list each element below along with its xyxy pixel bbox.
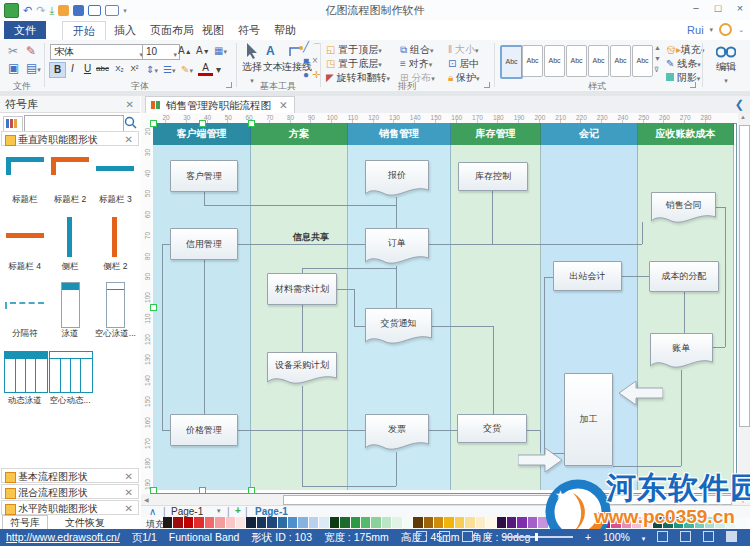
color-swatch[interactable] — [497, 517, 506, 528]
selection-handle[interactable] — [248, 120, 255, 127]
style-sample-3[interactable]: Abc — [566, 45, 587, 77]
fit-window-icon[interactable] — [657, 531, 668, 542]
app-icon[interactable] — [4, 3, 19, 18]
symbol-item[interactable]: 标题栏 2 — [47, 148, 92, 206]
symbol-item[interactable]: 泳道 — [47, 282, 92, 340]
color-swatch[interactable] — [715, 517, 724, 528]
format-icon[interactable]: ▦▾ — [214, 45, 227, 56]
symbol-item[interactable]: 侧栏 2 — [93, 215, 138, 273]
selection-handle[interactable] — [150, 304, 157, 311]
search-icon[interactable] — [124, 116, 137, 129]
font-color-button[interactable]: A — [198, 62, 213, 76]
horizontal-scrollbar[interactable]: ◀ — [141, 494, 738, 505]
connector-segment[interactable] — [302, 486, 396, 487]
line-button[interactable]: 线条 — [677, 58, 697, 69]
connector-segment[interactable] — [493, 326, 494, 414]
gallery-up-icon[interactable]: ▲ — [654, 44, 661, 51]
swimlane-header[interactable]: 销售管理 — [348, 123, 451, 145]
symbol-item[interactable]: 标题栏 4 — [2, 215, 47, 273]
document-tab[interactable]: 销售管理跨职能流程图 ✕ — [145, 96, 295, 113]
ellipse-shape-icon[interactable]: ● — [303, 69, 309, 80]
add-page-button[interactable]: + — [235, 505, 241, 516]
color-swatch[interactable] — [319, 517, 328, 528]
highlight-icon[interactable]: ✎▾ — [181, 64, 193, 75]
redo-button[interactable]: ↷ — [36, 4, 45, 17]
grow-font-icon[interactable]: A▲ — [178, 45, 192, 56]
vertical-scrollbar[interactable]: ▲ ▼ — [738, 113, 750, 505]
panel-collapse-chevron[interactable]: ❮ — [735, 98, 744, 111]
zoom-in-icon[interactable]: + — [585, 531, 591, 543]
freeform-icon[interactable]: × — [312, 55, 318, 66]
color-swatch[interactable] — [569, 517, 578, 528]
color-swatch[interactable] — [246, 517, 255, 528]
color-swatch[interactable] — [194, 517, 203, 528]
flow-shape[interactable]: 价格管理 — [170, 414, 238, 446]
selection-handle[interactable] — [150, 120, 157, 127]
color-swatch[interactable] — [663, 517, 672, 528]
connector-segment[interactable] — [432, 326, 493, 327]
style-sample-5[interactable]: Abc — [610, 45, 631, 77]
selection-handle[interactable] — [199, 120, 206, 127]
color-swatch[interactable] — [288, 517, 297, 528]
zoom-out-icon[interactable]: − — [485, 531, 491, 543]
underline-button[interactable]: U — [80, 62, 95, 76]
gallery-more-icon[interactable]: ⊽ — [654, 66, 659, 74]
connector-segment[interactable] — [162, 244, 170, 245]
magnifier-icon[interactable] — [703, 531, 714, 542]
close-button[interactable]: × — [730, 0, 750, 16]
scroll-left-icon[interactable]: ◀ — [144, 496, 149, 503]
color-swatch[interactable] — [507, 517, 516, 528]
color-swatch[interactable] — [611, 517, 620, 528]
library-section-0[interactable]: 基本流程图形状✕ — [1, 468, 139, 483]
line-shape-icon[interactable]: ╱ — [303, 41, 309, 52]
view-break-icon[interactable] — [462, 531, 473, 542]
library-picker[interactable] — [3, 116, 23, 132]
gear-icon[interactable] — [719, 23, 732, 36]
color-swatch[interactable] — [695, 517, 704, 528]
color-swatch[interactable] — [205, 517, 214, 528]
view-icon[interactable] — [105, 5, 119, 16]
cut-icon[interactable]: ✂ — [8, 44, 18, 58]
align-button[interactable]: 对齐 — [409, 58, 429, 69]
swimlane-header[interactable]: 会记 — [541, 123, 638, 145]
color-swatch[interactable] — [684, 517, 693, 528]
drawing-canvas[interactable]: 客户端管理方案销售管理库存管理会记应收账款成本客户管理信用管理价格管理材料需求计… — [153, 123, 738, 494]
panel-tab-symbols[interactable]: 符号库 — [2, 515, 48, 529]
symbol-section-header[interactable]: 垂直跨职能图形状 ✕ — [1, 131, 139, 146]
import-icon[interactable]: ⤓ — [49, 4, 54, 17]
color-swatch[interactable] — [726, 517, 735, 528]
connector-segment[interactable] — [396, 452, 397, 486]
color-swatch[interactable] — [361, 517, 370, 528]
color-swatch[interactable] — [622, 517, 631, 528]
style-dialog-launcher[interactable] — [690, 82, 696, 88]
connector-segment[interactable] — [204, 260, 205, 414]
color-swatch[interactable] — [309, 517, 318, 528]
color-swatch[interactable] — [413, 517, 422, 528]
save-button[interactable] — [73, 5, 84, 16]
connector-segment[interactable] — [354, 326, 365, 327]
selection-handle[interactable] — [248, 487, 255, 494]
color-swatch[interactable] — [298, 517, 307, 528]
connector-segment[interactable] — [622, 276, 649, 277]
flow-shape[interactable]: 加工 — [564, 373, 613, 466]
center-button[interactable]: 居中 — [459, 58, 479, 69]
color-swatch[interactable] — [590, 517, 599, 528]
fill-button[interactable]: 填充 — [681, 44, 701, 55]
color-swatch[interactable] — [476, 517, 485, 528]
library-section-1[interactable]: 混合流程图形状✕ — [1, 484, 139, 499]
connector-segment[interactable] — [681, 370, 682, 466]
color-swatch[interactable] — [538, 517, 547, 528]
color-swatch[interactable] — [226, 517, 235, 528]
swimlane-body[interactable] — [251, 145, 348, 490]
connector-segment[interactable] — [238, 244, 365, 245]
font-name-select[interactable]: 宋体▾ — [50, 44, 146, 60]
color-swatch[interactable] — [340, 517, 349, 528]
hscroll-thumb[interactable] — [283, 495, 732, 505]
color-swatch[interactable] — [236, 517, 245, 528]
tab-home[interactable]: 开始 — [62, 21, 106, 40]
flow-shape[interactable]: 交货 — [457, 414, 527, 443]
rect-shape-icon[interactable]: ■ — [303, 55, 309, 66]
color-swatch[interactable] — [549, 517, 558, 528]
flow-shape[interactable]: 客户管理 — [170, 160, 238, 192]
flow-shape[interactable]: 库存控制 — [458, 162, 528, 191]
